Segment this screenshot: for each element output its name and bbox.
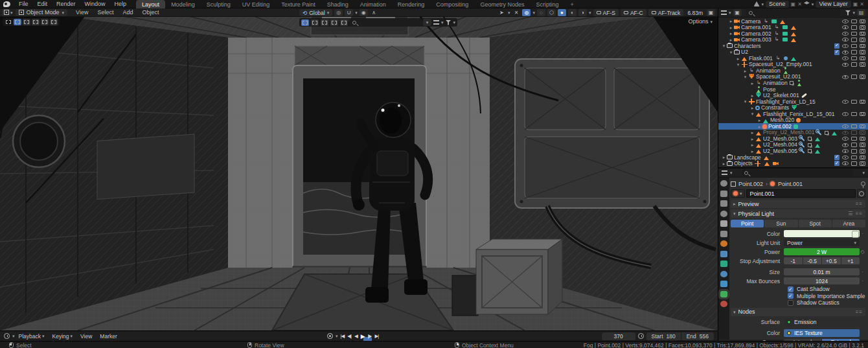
- af-button-af-track[interactable]: AF-Track: [648, 9, 684, 16]
- viewport-3d[interactable]: ▾ Object Mode ▾ ViewSelectAddObject ⟲ Gl…: [0, 8, 718, 331]
- outliner-search-input[interactable]: [746, 9, 841, 16]
- focus-distance[interactable]: 6.83m: [685, 10, 705, 16]
- stop-button[interactable]: +0.5: [822, 257, 841, 264]
- tab-particles[interactable]: [720, 261, 727, 267]
- chevron-down-icon[interactable]: ▾: [508, 10, 510, 15]
- tab-object[interactable]: [720, 240, 727, 247]
- chk-icon[interactable]: ✓: [834, 161, 839, 166]
- expander-icon[interactable]: ▸: [757, 124, 762, 129]
- frame-clock-icon[interactable]: [638, 333, 644, 339]
- chevron-down-icon[interactable]: ▾: [336, 334, 338, 338]
- datablock-dropdown[interactable]: ▾: [731, 189, 745, 198]
- display-mode-icon[interactable]: [721, 10, 727, 15]
- viewport-menu-select[interactable]: Select: [93, 9, 118, 16]
- expander-icon[interactable]: ▸: [721, 161, 727, 166]
- tab-world[interactable]: [720, 231, 727, 237]
- eye-icon[interactable]: [842, 137, 849, 141]
- cursor-tool-icon[interactable]: [5, 19, 12, 25]
- outliner-row[interactable]: ▸↳Animation: [718, 80, 868, 86]
- chevron-down-icon[interactable]: ▾: [862, 170, 865, 175]
- scr-icon[interactable]: [851, 149, 857, 154]
- tab-constraints[interactable]: [720, 281, 727, 287]
- light-unit-dropdown[interactable]: Power▾: [784, 239, 860, 246]
- eye-icon[interactable]: [842, 32, 849, 36]
- scr-icon[interactable]: [851, 124, 857, 129]
- checkbox-icon[interactable]: ✓: [788, 293, 794, 299]
- shading-rendered-icon[interactable]: ◐: [568, 9, 577, 16]
- scene-unlink-icon[interactable]: ✕: [797, 1, 802, 7]
- shading-solid-icon[interactable]: ⬡: [547, 9, 556, 16]
- expander-icon[interactable]: ▾: [749, 111, 755, 116]
- panel-nodes[interactable]: ▾ Nodes ≡≡: [731, 308, 865, 316]
- chevron-down-icon[interactable]: ▾: [730, 170, 733, 175]
- list-options-icon[interactable]: [433, 20, 439, 25]
- orientation-dropdown[interactable]: ⟲ Global ▾: [299, 9, 332, 16]
- outliner-row[interactable]: ▾ΨSpacesuit_U2.001: [718, 74, 868, 80]
- fake-user-icon[interactable]: [857, 189, 865, 198]
- animate-dot-icon[interactable]: ·: [860, 231, 865, 237]
- select-mode-invert-icon[interactable]: [41, 19, 49, 25]
- panel-physical-light[interactable]: ▾ Physical Light ☰ ≡≡: [731, 209, 865, 218]
- camera-settings-icon[interactable]: ▣: [707, 9, 715, 16]
- chevron-down-icon[interactable]: ▾: [532, 10, 535, 15]
- select-mode-intersect-icon[interactable]: [50, 19, 58, 25]
- checkbox-row[interactable]: ✓Multiple Importance Sample: [788, 293, 865, 300]
- xray-toggle-icon[interactable]: ◍: [522, 9, 531, 16]
- filter-d-icon[interactable]: [340, 19, 348, 26]
- dropdown-button[interactable]: ▾: [423, 19, 431, 26]
- camr-icon[interactable]: [860, 25, 865, 30]
- outliner-row[interactable]: ▸ΨU2_Skelet.001: [718, 93, 868, 99]
- outliner-row[interactable]: ▸ConstraintsΨ: [718, 105, 868, 111]
- af-button-af-s[interactable]: AF-S: [593, 9, 619, 16]
- viewlayer-new-icon[interactable]: ▣: [853, 1, 858, 7]
- tab-view-layer[interactable]: [720, 211, 727, 217]
- scr-icon[interactable]: [851, 130, 857, 135]
- expander-icon[interactable]: ▾: [735, 62, 741, 67]
- scr-icon[interactable]: [851, 50, 857, 54]
- chevron-down-icon[interactable]: ▾: [453, 20, 456, 25]
- panel-preview[interactable]: ▸ Preview ≡≡: [731, 200, 865, 208]
- animate-dot-icon[interactable]: ·: [860, 269, 865, 275]
- tab-texture-paint[interactable]: Texture Paint: [275, 0, 321, 8]
- tab-object-data[interactable]: [720, 291, 727, 297]
- tab-scene[interactable]: [720, 220, 727, 227]
- menu-window[interactable]: Window: [80, 1, 110, 7]
- eye-icon[interactable]: [842, 100, 849, 104]
- animate-dot-icon[interactable]: ·: [860, 278, 865, 284]
- tab-scripting[interactable]: Scripting: [530, 0, 564, 8]
- filter-a-icon[interactable]: [311, 19, 319, 26]
- light-type-sun[interactable]: Sun: [764, 220, 797, 227]
- expander-icon[interactable]: ▾: [728, 50, 734, 54]
- scr-icon[interactable]: [851, 19, 857, 24]
- shading-wireframe-icon[interactable]: ◌: [537, 9, 545, 16]
- shading-material-icon[interactable]: ●: [558, 9, 566, 16]
- filter-funnel-icon[interactable]: [845, 10, 851, 16]
- scr-icon[interactable]: [851, 112, 857, 117]
- expander-icon[interactable]: ▸: [749, 137, 755, 141]
- af-button-af-c[interactable]: AF-C: [621, 9, 646, 16]
- expander-icon[interactable]: ▸: [749, 130, 755, 135]
- options-dropdown[interactable]: Options ▾: [688, 18, 713, 25]
- scr-icon[interactable]: [851, 75, 857, 79]
- checkbox-row[interactable]: ✓Cast Shadow: [788, 286, 865, 293]
- eye-icon[interactable]: [842, 63, 849, 67]
- checkbox-icon[interactable]: ✓: [788, 300, 794, 306]
- next-keyframe-button[interactable]: |▶: [368, 333, 372, 340]
- eye-icon[interactable]: [842, 143, 849, 147]
- tab-material[interactable]: [720, 301, 727, 307]
- viewport-menu-view[interactable]: View: [71, 9, 93, 16]
- outliner-row[interactable]: ▸Objects✓: [718, 161, 868, 167]
- light-type-spot[interactable]: Spot: [799, 220, 832, 227]
- select-mode-extend-icon[interactable]: [23, 19, 30, 25]
- filter-funnel-icon[interactable]: [446, 20, 451, 25]
- scr-icon[interactable]: [851, 25, 857, 30]
- eye-icon[interactable]: [842, 124, 849, 128]
- power-slider[interactable]: 2 W: [784, 248, 860, 255]
- eye-icon[interactable]: [842, 161, 849, 165]
- tab-output[interactable]: [720, 200, 727, 207]
- chevron-down-icon[interactable]: ▾: [729, 10, 731, 15]
- eye-icon[interactable]: [842, 51, 849, 54]
- editor-type-icon[interactable]: [2, 9, 10, 16]
- scr-icon[interactable]: [851, 161, 857, 166]
- camr-icon[interactable]: [860, 130, 865, 135]
